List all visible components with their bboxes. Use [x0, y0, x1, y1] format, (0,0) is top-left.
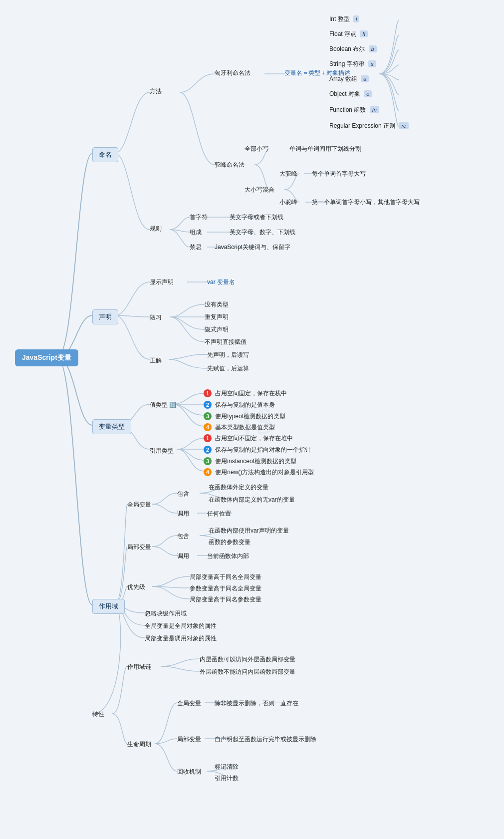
global-call1: 任何位置 — [207, 510, 231, 518]
rules-node: 规则 — [150, 225, 162, 233]
rt-text4: 使用new()方法构造出的对象是引用型 — [215, 469, 314, 476]
int-badge: i — [353, 15, 359, 22]
big-camel-node: 大驼峰 — [279, 170, 297, 178]
rt-item1: 1 占用空间不固定，保存在堆中 — [204, 434, 293, 443]
root-node: JavaScript变量 — [15, 349, 78, 366]
value-type-node: 值类型 🔢 — [150, 401, 176, 409]
local-inc2: 函数的参数变量 — [209, 538, 251, 547]
scope-label: 作用域 — [99, 602, 118, 610]
vt-text4: 基本类型数据是值类型 — [215, 424, 275, 431]
vt-item4: 4 基本类型数据是值类型 — [204, 423, 275, 432]
naming-label: 命名 — [99, 151, 112, 158]
object-badge: o — [364, 90, 372, 97]
rt-text1: 占用空间不固定，保存在堆中 — [215, 435, 293, 442]
method-node: 方法 — [150, 87, 162, 96]
priority3-node: 局部变量高于同名参数变量 — [190, 595, 261, 604]
hungarian-node: 匈牙利命名法 — [215, 69, 251, 77]
array-badge: a — [361, 75, 369, 82]
type-regex: Regular Expression 正则 re — [329, 122, 409, 130]
local-life-node: 局部变量 — [177, 735, 201, 744]
type-string: String 字符串 s — [329, 60, 376, 68]
type-float: Float 浮点 fl — [329, 30, 368, 38]
gc1-node: 标记清除 — [215, 763, 239, 771]
local-var-node: 局部变量 — [127, 543, 151, 552]
local-include-node: 包含 — [177, 532, 189, 541]
priority-node: 优先级 — [127, 583, 145, 591]
vt-badge1: 1 — [204, 389, 212, 397]
naming-node: 命名 — [92, 147, 118, 162]
global-life-node: 全局变量 — [177, 699, 201, 708]
all-lower-node: 全部小写 — [245, 145, 268, 153]
forbid-node: 禁忌 — [190, 243, 202, 252]
float-badge: fl — [360, 30, 368, 37]
vt-item3: 3 使用typeof检测数据的类型 — [204, 412, 285, 421]
rt-badge2: 2 — [204, 446, 212, 454]
correct1-node: 先声明，后读写 — [207, 351, 249, 359]
bad1-node: 没有类型 — [205, 300, 229, 309]
correct2-node: 先赋值，后运算 — [207, 364, 249, 373]
global-is-prop-node: 全局变量是全局对象的属性 — [145, 622, 217, 630]
global-life-desc: 除非被显示删除，否则一直存在 — [215, 699, 298, 708]
rt-text3: 使用instanceof检测数据的类型 — [215, 458, 296, 465]
function-badge: fn — [370, 106, 379, 113]
type-array: Array 数组 a — [329, 75, 369, 83]
gc2-node: 引用计数 — [215, 774, 239, 783]
root-label: JavaScript变量 — [22, 353, 71, 361]
rt-badge3: 3 — [204, 457, 212, 465]
big-camel-desc: 每个单词首字母大写 — [312, 170, 366, 178]
ref-type-node: 引用类型 — [150, 447, 174, 455]
forbid-desc: JavaScript关键词与、保留字 — [215, 243, 290, 252]
scope-node: 作用域 — [92, 599, 125, 614]
local-call1: 当前函数体内部 — [207, 552, 249, 560]
first-char-desc: 英文字母或者下划线 — [230, 213, 283, 222]
rt-badge4: 4 — [204, 468, 212, 476]
global-var-node: 全局变量 — [127, 501, 151, 509]
priority1-node: 局部变量高于同名全局变量 — [190, 573, 261, 581]
small-camel-desc: 第一个单词首字母小写，其他首字母大写 — [312, 198, 420, 207]
chain2-node: 外层函数不能访问内层函数局部变量 — [200, 668, 295, 676]
local-is-prop-node: 局部变量是调用对象的属性 — [145, 634, 217, 643]
gc-node: 回收机制 — [177, 768, 201, 776]
lifetime-node: 生命周期 — [127, 740, 151, 749]
rt-badge1: 1 — [204, 434, 212, 442]
vt-item1: 1 占用空间固定，保存在栈中 — [204, 389, 287, 398]
content-layer: JavaScript变量 命名 声明 变量类型 作用域 方法 规则 匈牙利命名法 — [0, 0, 504, 839]
mind-map: Js — [0, 0, 504, 839]
first-char-node: 首字符 — [190, 213, 208, 222]
display-decl-node: 显示声明 — [150, 278, 174, 286]
camel-node: 驼峰命名法 — [215, 161, 245, 169]
regex-badge: re — [399, 122, 409, 129]
type-int: Int 整型 i — [329, 15, 359, 23]
bad4-node: 不声明直接赋值 — [205, 338, 247, 346]
declaration-node: 声明 — [92, 309, 118, 324]
local-call-node: 调用 — [177, 552, 189, 560]
rt-text2: 保存与复制的是指向对象的一个指针 — [215, 446, 311, 453]
vt-text2: 保存与复制的是值本身 — [215, 401, 275, 408]
vt-item2: 2 保存与复制的是值本身 — [204, 401, 275, 409]
local-life-desc: 自声明起至函数运行完毕或被显示删除 — [215, 735, 316, 744]
priority2-node: 参数变量高于同名全局变量 — [190, 584, 261, 593]
vt-badge3: 3 — [204, 412, 212, 420]
vartype-node: 变量类型 — [92, 419, 131, 434]
rt-item4: 4 使用new()方法构造出的对象是引用型 — [204, 468, 314, 477]
vt-badge4: 4 — [204, 423, 212, 431]
compose-desc: 英文字母、数字、下划线 — [230, 228, 295, 237]
local-inc1: 在函数内部使用var声明的变量 — [209, 527, 289, 535]
global-include-node: 包含 — [177, 490, 189, 498]
small-camel-node: 小驼峰 — [279, 198, 297, 207]
vt-badge2: 2 — [204, 401, 212, 409]
all-lower-desc: 单词与单词间用下划线分割 — [289, 145, 361, 153]
chain1-node: 内层函数可以访问外层函数局部变量 — [200, 655, 295, 664]
ignore-block-node: 忽略块级作用域 — [145, 609, 187, 618]
string-badge: s — [368, 60, 376, 67]
chain-node: 作用域链 — [127, 663, 151, 671]
vt-text1: 占用空间固定，保存在栈中 — [215, 390, 287, 397]
vt-text3: 使用typeof检测数据的类型 — [215, 413, 285, 420]
bad2-node: 重复声明 — [205, 313, 229, 321]
global-call-node: 调用 — [177, 510, 189, 518]
boolean-badge: b — [369, 45, 377, 52]
global-inc1: 在函数体外定义的变量 — [209, 483, 268, 492]
correct-node: 正解 — [150, 356, 162, 365]
mix-case-node: 大小写混合 — [245, 186, 274, 194]
type-object: Object 对象 o — [329, 90, 372, 98]
